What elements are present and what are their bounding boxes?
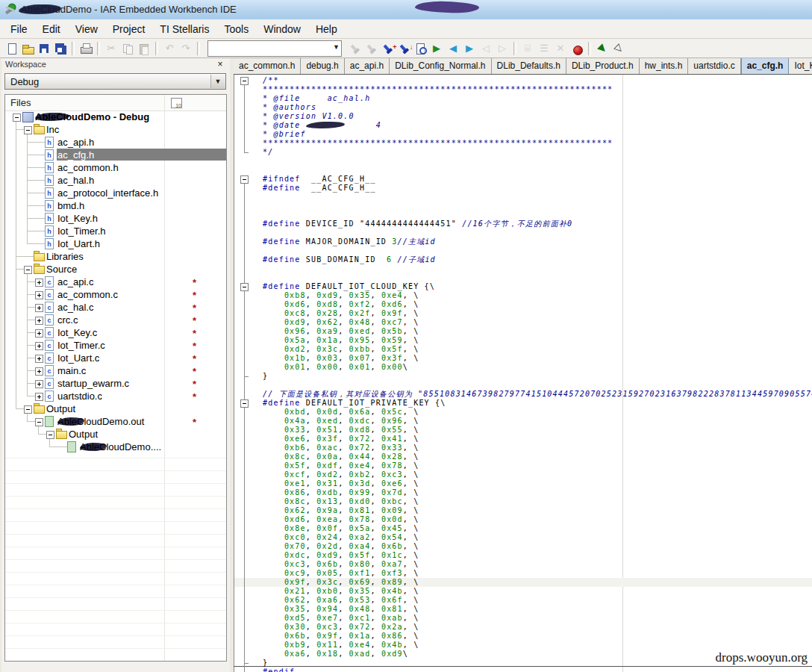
tree-item-output[interactable]: Output <box>5 402 226 415</box>
tree-item-main-c[interactable]: cmain.c* <box>5 364 226 377</box>
code-line-45[interactable]: 0xe1, 0x31, 0x3d, 0xe6, \ <box>234 479 812 488</box>
expand-icon[interactable] <box>35 317 43 325</box>
tree-item-iot-timer-c[interactable]: cIot_Timer.c* <box>5 339 226 352</box>
code-line-0[interactable]: /** <box>234 76 812 85</box>
goto-bookmark-button[interactable]: ↓ <box>396 40 412 57</box>
code-line-31[interactable]: 0x1b, 0x03, 0x07, 0x3f, \ <box>234 354 812 363</box>
fold-collapse-icon[interactable] <box>240 77 249 85</box>
download-and-debug-button[interactable]: ▶ <box>594 40 610 57</box>
code-line-26[interactable]: 0xc8, 0x28, 0x2f, 0x9f, \ <box>234 309 812 318</box>
menu-window[interactable]: Window <box>256 21 308 37</box>
code-line-34[interactable] <box>234 381 812 390</box>
tree-item-startup-ewarm-c[interactable]: cstartup_ewarm.c* <box>5 377 226 390</box>
tree-item-uartstdio-c[interactable]: cuartstdio.c* <box>5 390 226 402</box>
menu-tools[interactable]: Tools <box>216 21 256 37</box>
new-document-button[interactable] <box>3 40 19 57</box>
code-line-6[interactable]: * @brief <box>234 130 812 139</box>
expand-icon[interactable] <box>35 291 43 299</box>
code-line-9[interactable] <box>234 157 812 166</box>
toolbar-combobox[interactable]: ▼ <box>207 40 342 57</box>
code-line-32[interactable]: 0x01, 0x00, 0x01, 0x00\ <box>234 363 812 372</box>
navigate-back-button[interactable]: ◀ <box>445 40 461 57</box>
file-options-icon[interactable] <box>171 98 182 108</box>
tree-item-ac-common-c[interactable]: cac_common.c* <box>5 288 226 301</box>
expand-icon[interactable] <box>35 304 43 312</box>
code-editor[interactable]: /***************************************… <box>234 75 812 672</box>
menu-view[interactable]: View <box>68 21 105 37</box>
tree-item-libraries[interactable]: Libraries <box>5 250 226 263</box>
code-line-35[interactable]: // 下面是设备私钥，其对应设备公钥为 "8551083146739827977… <box>234 390 812 399</box>
code-line-3[interactable]: * @authors <box>234 103 812 112</box>
tree-item-iot-uart-c[interactable]: cIot_Uart.c* <box>5 352 226 364</box>
code-line-52[interactable]: 0x70, 0x2d, 0xa4, 0x6b, \ <box>234 542 812 551</box>
code-line-51[interactable]: 0xc0, 0x24, 0xa2, 0x54, \ <box>234 533 812 542</box>
expand-icon[interactable] <box>35 380 43 388</box>
fold-collapse-icon[interactable] <box>240 399 249 408</box>
tree-item-iot-uart-h[interactable]: hIot_Uart.h <box>5 237 226 250</box>
code-line-66[interactable]: #endif <box>234 668 812 672</box>
code-line-63[interactable]: 0xb9, 0x11, 0xe4, 0x4b, \ <box>234 641 812 650</box>
files-column-header[interactable]: Files <box>5 95 226 111</box>
tree-item-ac-api-c[interactable]: cac_api.c* <box>5 276 226 288</box>
expand-icon[interactable] <box>35 279 43 287</box>
code-line-23[interactable]: #define DEFAULT_IOT_CLOUD_KEY {\ <box>234 282 812 291</box>
tree-item-ac-hal-c[interactable]: cac_hal.c* <box>5 301 226 314</box>
code-line-20[interactable]: #define SUB_DOMAIN_ID 6 //子域id <box>234 255 812 264</box>
tab-ac-cfg-h[interactable]: ac_cfg.h <box>741 58 790 74</box>
code-line-39[interactable]: 0x33, 0x51, 0xd8, 0x55, \ <box>234 426 812 435</box>
navigate-forward-button[interactable]: ▶ <box>461 40 478 57</box>
tree-item-crc-c[interactable]: ccrc.c* <box>5 314 226 326</box>
tree-item-bmd-h[interactable]: hbmd.h <box>5 199 226 212</box>
code-line-57[interactable]: 0x21, 0xb0, 0x35, 0x4b, \ <box>234 587 812 596</box>
tree-item-ac-api-h[interactable]: hac_api.h <box>5 136 226 149</box>
tree-item-ac-cfg-h[interactable]: hac_cfg.h <box>5 149 226 161</box>
tree-item-ac-common-h[interactable]: hac_common.h <box>5 161 226 174</box>
code-line-37[interactable]: 0xbd, 0x0d, 0x6a, 0x5c, \ <box>234 408 812 417</box>
menu-project[interactable]: Project <box>105 21 153 37</box>
expand-icon[interactable] <box>35 342 43 350</box>
code-line-47[interactable]: 0x8c, 0x13, 0xd0, 0xbc, \ <box>234 497 812 506</box>
tab-ac-api-h[interactable]: ac_api.h <box>345 58 390 74</box>
expand-icon[interactable] <box>35 393 43 401</box>
tree-item-iot-key-h[interactable]: hIot_Key.h <box>5 212 226 225</box>
code-line-43[interactable]: 0x5f, 0xdf, 0xe4, 0x78, \ <box>234 461 812 470</box>
tab-iot-key-c[interactable]: Iot_Key.c <box>789 58 812 74</box>
code-line-38[interactable]: 0x4a, 0xed, 0xdc, 0x96, \ <box>234 417 812 426</box>
collapse-icon[interactable] <box>35 418 43 426</box>
tree-item-iot-key-c[interactable]: cIot_Key.c* <box>5 326 226 339</box>
code-line-42[interactable]: 0x8c, 0x0a, 0x44, 0x28, \ <box>234 452 812 461</box>
tree-item-ableclouddemo[interactable]: AbleCloudDemo.... <box>5 441 226 453</box>
code-line-30[interactable]: 0xd2, 0x3c, 0xbb, 0x5f, \ <box>234 345 812 354</box>
code-line-59[interactable]: 0x35, 0x94, 0x48, 0x81, \ <box>234 605 812 614</box>
code-line-55[interactable]: 0xc9, 0x05, 0xf1, 0xf3, \ <box>234 569 812 578</box>
save-button[interactable] <box>36 40 52 57</box>
code-line-16[interactable]: #define DEVICE_ID "4444444444444451" //1… <box>234 220 812 228</box>
code-line-10[interactable] <box>234 166 812 175</box>
code-line-22[interactable] <box>234 273 812 282</box>
code-line-12[interactable]: #define __AC_CFG_H__ <box>234 184 812 193</box>
chevron-down-icon[interactable]: ▼ <box>210 75 225 88</box>
code-line-49[interactable]: 0xd6, 0xea, 0x78, 0x0d, \ <box>234 515 812 524</box>
code-line-48[interactable]: 0x62, 0x9a, 0x81, 0x09, \ <box>234 506 812 515</box>
collapse-icon[interactable] <box>46 431 54 439</box>
code-line-54[interactable]: 0xc3, 0x6b, 0x80, 0xa7, \ <box>234 560 812 569</box>
open-file-button[interactable] <box>19 40 36 57</box>
close-icon[interactable]: × <box>215 59 225 69</box>
find-in-files-button[interactable] <box>412 40 428 57</box>
collapse-icon[interactable] <box>24 126 32 134</box>
code-line-41[interactable]: 0xb6, 0xac, 0x72, 0x33, \ <box>234 444 812 452</box>
code-line-24[interactable]: 0xb8, 0xd9, 0x35, 0xe4, \ <box>234 291 812 300</box>
code-line-4[interactable]: * @version V1.0.0 <box>234 112 812 121</box>
collapse-icon[interactable] <box>13 113 21 122</box>
code-line-17[interactable] <box>234 228 812 237</box>
tab-dlib-config-normal-h[interactable]: DLib_Config_Normal.h <box>390 58 491 74</box>
collapse-icon[interactable] <box>24 405 32 414</box>
code-line-7[interactable]: ****************************************… <box>234 139 812 148</box>
tree-item-ableclouddemo-debug[interactable]: AbleCloudDemo - Debug <box>5 111 226 123</box>
code-line-13[interactable] <box>234 193 812 202</box>
tab-uartstdio-c[interactable]: uartstdio.c <box>688 58 740 74</box>
expand-icon[interactable] <box>35 367 43 376</box>
code-line-50[interactable]: 0x8e, 0x0f, 0x5a, 0x45, \ <box>234 524 812 533</box>
expand-icon[interactable] <box>35 355 43 363</box>
menu-help[interactable]: Help <box>308 21 345 37</box>
